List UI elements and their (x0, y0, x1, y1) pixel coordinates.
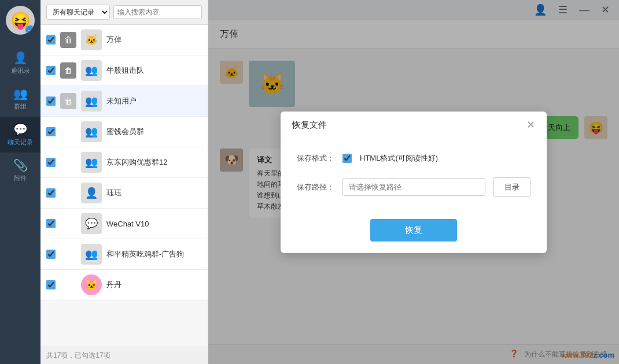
list-item[interactable]: 👤 珏珏 (40, 178, 208, 209)
chat-name: 京东闪购优惠群12 (106, 157, 202, 168)
chat-avatar: 👥 (81, 152, 102, 173)
chat-name: 丹丹 (106, 280, 202, 290)
list-item[interactable]: 💬 WeChat V10 (40, 209, 208, 239)
path-label: 保存路径： (297, 182, 334, 192)
list-item[interactable]: 👥 蜜饯会员群 (40, 117, 208, 147)
chat-item-checkbox[interactable] (46, 158, 56, 167)
sidebar-item-label: 聊天记录 (8, 138, 33, 147)
sidebar: 😝 ↔ 👤 通讯录 👥 群组 💬 聊天记录 📎 附件 (0, 0, 40, 364)
sidebar-item-label: 通讯录 (11, 66, 30, 75)
sidebar-item-attachments[interactable]: 📎 附件 (0, 153, 40, 188)
chat-avatar: 👥 (81, 60, 102, 81)
chat-avatar: 👥 (81, 91, 102, 112)
modal-path-row: 保存路径： 目录 (297, 177, 530, 197)
footer-count: 共17项，已勾选17项 (46, 351, 110, 359)
list-item[interactable]: 🗑 👥 未知用户 (40, 86, 208, 117)
chat-avatar: 🐱 (81, 29, 102, 50)
modal-header: 恢复文件 ✕ (281, 112, 547, 139)
list-item[interactable]: 👥 京东闪购优惠群12 (40, 147, 208, 178)
modal-footer: 恢复 (281, 211, 547, 253)
chat-name: WeChat V10 (106, 220, 202, 228)
chat-main: 👤 ☰ — ✕ 万倬 🐱 🐱 😝 好好学习，天天向上 (208, 0, 619, 364)
chat-list-header: 所有聊天记录 私聊记录 群聊记录 🔍 (40, 0, 208, 25)
attachments-icon: 📎 (13, 158, 28, 172)
sidebar-item-chat-history[interactable]: 💬 聊天记录 (0, 117, 40, 153)
chat-item-checkbox[interactable] (46, 127, 56, 136)
chat-item-checkbox[interactable] (46, 250, 56, 259)
sidebar-nav: 👤 通讯录 👥 群组 💬 聊天记录 📎 附件 (0, 45, 40, 188)
format-label: 保存格式： (297, 153, 334, 164)
filter-select[interactable]: 所有聊天记录 私聊记录 群聊记录 (46, 5, 110, 20)
chat-name: 万倬 (106, 35, 202, 45)
restore-button[interactable]: 恢复 (370, 219, 457, 242)
groups-icon: 👥 (13, 87, 28, 101)
chat-list-items: 🗑 🐱 万倬 🗑 👥 牛股狙击队 🗑 👥 未知用户 👥 (40, 25, 208, 347)
restore-modal: 恢复文件 ✕ 保存格式： HTML格式(可阅读性好) 保存路径： 目录 (281, 112, 547, 253)
chat-item-checkbox[interactable] (46, 219, 56, 228)
modal-body: 保存格式： HTML格式(可阅读性好) 保存路径： 目录 (281, 139, 547, 211)
chat-item-checkbox[interactable] (46, 280, 56, 289)
chat-item-checkbox[interactable] (46, 66, 56, 75)
chat-avatar: 🐱 (81, 274, 102, 295)
chat-item-checkbox[interactable] (46, 96, 56, 106)
chat-avatar: 👤 (81, 183, 102, 203)
chat-name: 和平精英吃鸡群-广告狗 (106, 249, 202, 259)
sidebar-item-contacts[interactable]: 👤 通讯录 (0, 45, 40, 81)
app-container: 😝 ↔ 👤 通讯录 👥 群组 💬 聊天记录 📎 附件 (0, 0, 619, 364)
contacts-icon: 👤 (13, 51, 28, 65)
sidebar-item-label: 附件 (14, 174, 27, 183)
chat-avatar: 👥 (81, 121, 102, 142)
search-box: 🔍 (113, 5, 202, 19)
modal-title: 恢复文件 (292, 120, 327, 131)
search-input[interactable] (114, 6, 202, 18)
modal-close-button[interactable]: ✕ (526, 120, 535, 130)
chat-name: 牛股狙击队 (106, 65, 202, 76)
delete-button[interactable]: 🗑 (60, 32, 76, 48)
format-checkbox[interactable] (342, 154, 352, 163)
modal-overlay: 恢复文件 ✕ 保存格式： HTML格式(可阅读性好) 保存路径： 目录 (208, 0, 619, 364)
sidebar-item-groups[interactable]: 👥 群组 (0, 81, 40, 117)
chat-item-checkbox[interactable] (46, 35, 56, 44)
list-item[interactable]: 👥 和平精英吃鸡群-广告狗 (40, 239, 208, 270)
path-input[interactable] (342, 178, 485, 196)
chat-avatar: 👥 (81, 244, 102, 265)
chat-list-footer: 共17项，已勾选17项 (40, 347, 208, 364)
delete-button[interactable]: 🗑 (60, 93, 76, 109)
delete-button[interactable]: 🗑 (60, 62, 76, 79)
chat-item-checkbox[interactable] (46, 188, 56, 198)
avatar-badge: ↔ (25, 25, 35, 35)
avatar[interactable]: 😝 ↔ (6, 6, 35, 35)
list-item[interactable]: 🗑 👥 牛股狙击队 (40, 55, 208, 86)
badge-icon: ↔ (27, 27, 33, 34)
chat-history-icon: 💬 (13, 122, 28, 136)
chat-list-panel: 所有聊天记录 私聊记录 群聊记录 🔍 🗑 🐱 万倬 🗑 👥 (40, 0, 208, 364)
modal-format-row: 保存格式： HTML格式(可阅读性好) (297, 153, 530, 164)
list-item[interactable]: 🐱 丹丹 (40, 270, 208, 300)
list-item[interactable]: 🗑 🐱 万倬 (40, 25, 208, 55)
chat-name: 未知用户 (106, 96, 202, 106)
format-option: HTML格式(可阅读性好) (360, 153, 438, 164)
sidebar-item-label: 群组 (14, 102, 27, 111)
dir-button[interactable]: 目录 (493, 177, 530, 197)
chat-avatar: 💬 (81, 213, 102, 234)
chat-name: 珏珏 (106, 188, 202, 198)
chat-name: 蜜饯会员群 (106, 127, 202, 137)
